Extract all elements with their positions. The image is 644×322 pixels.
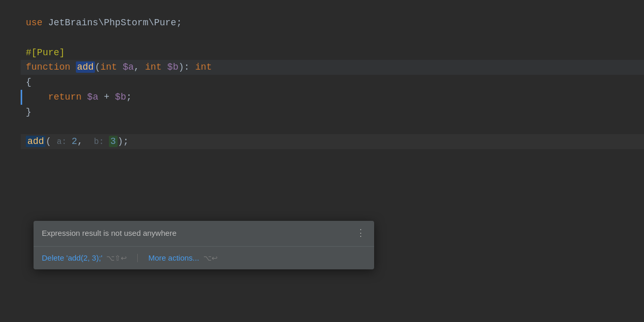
code-line-call: add( a: 2, b: 3); — [21, 134, 644, 149]
popup-actions: Delete 'add(2, 3);' ⌥⇧↩ More actions... … — [34, 247, 374, 269]
code-line-attr: #[Pure] — [21, 45, 644, 60]
param-b: $b — [167, 62, 179, 72]
brace-open: { — [26, 77, 31, 87]
param-a: $a — [123, 62, 134, 72]
code-line-brace-open: { — [21, 75, 644, 90]
keyword-return: return — [48, 92, 82, 102]
space — [70, 62, 76, 72]
namespace-text: JetBrains\PhpStorm\Pure; — [42, 18, 182, 28]
return-type: int — [195, 62, 212, 72]
keyword-function: function — [26, 62, 70, 72]
space3 — [162, 62, 167, 72]
call-end: ); — [118, 136, 129, 147]
inspection-popup: Expression result is not used anywhere ⋮… — [34, 221, 374, 269]
code-line-brace-close: } — [21, 105, 644, 120]
attribute-pure: #[Pure] — [26, 47, 65, 58]
indent — [26, 92, 48, 102]
hint-b-label: b: — [94, 137, 109, 147]
call-comma: , — [77, 136, 94, 147]
more-actions-button[interactable]: More actions... — [148, 252, 199, 264]
popup-message: Expression result is not used anywhere — [42, 227, 176, 239]
code-editor: use JetBrains\PhpStorm\Pure; #[Pure] fun… — [0, 0, 644, 149]
more-actions-shortcut: ⌥↩ — [203, 252, 218, 264]
popup-menu-icon[interactable]: ⋮ — [356, 226, 366, 241]
empty-line-2 — [21, 120, 644, 135]
code-line-return: return $a + $b; — [21, 90, 644, 105]
hint-a-label: a: — [57, 137, 72, 147]
space-r — [82, 92, 87, 102]
var-b: $b — [115, 92, 126, 102]
brace-close: } — [26, 107, 31, 117]
param2-type: int — [145, 62, 162, 72]
var-a: $a — [87, 92, 99, 102]
call-fn-name: add — [26, 136, 45, 147]
comma: , — [134, 62, 145, 72]
delete-action-button[interactable]: Delete 'add(2, 3);' — [42, 252, 102, 264]
hint-a-value: 2 — [72, 136, 77, 147]
hint-b-value: 3 — [110, 136, 116, 147]
semicolon: ; — [126, 92, 132, 102]
function-name: add — [76, 61, 94, 73]
param1-type: int — [100, 62, 117, 72]
keyword-use: use — [26, 18, 42, 28]
plus: + — [98, 92, 115, 102]
space2 — [117, 62, 123, 72]
paren-close: ): — [179, 62, 195, 72]
hint-b-value-wrap: 3 — [109, 136, 118, 147]
code-line-function: function add(int $a, int $b): int — [21, 60, 644, 75]
empty-line-1 — [21, 30, 644, 45]
delete-action-shortcut: ⌥⇧↩ — [106, 252, 127, 264]
actions-separator — [137, 254, 138, 262]
popup-header: Expression result is not used anywhere ⋮ — [34, 221, 374, 247]
call-paren: ( — [45, 136, 57, 147]
paren-open: ( — [95, 62, 101, 72]
code-line-1: use JetBrains\PhpStorm\Pure; — [21, 15, 644, 30]
